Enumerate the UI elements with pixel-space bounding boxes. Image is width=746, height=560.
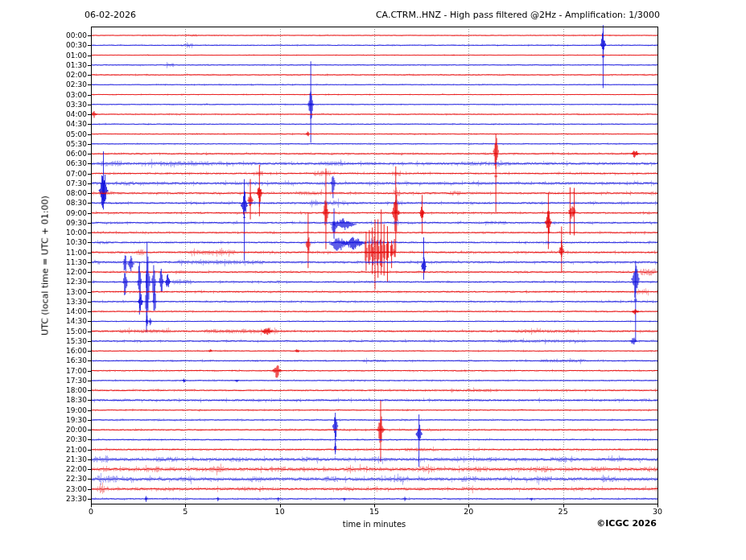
- y-tick-label: 08:30: [0, 200, 87, 207]
- y-tick-label: 10:00: [0, 229, 87, 237]
- y-tick-label: 20:30: [0, 436, 87, 443]
- y-tick-label: 22:30: [0, 476, 87, 483]
- y-tick-label: 14:30: [0, 318, 87, 325]
- y-tick-label: 03:30: [0, 101, 87, 108]
- x-tick-label: 20: [464, 508, 473, 516]
- y-tick-label: 04:30: [0, 121, 87, 128]
- y-tick-label: 09:30: [0, 219, 87, 226]
- y-tick-label: 13:00: [0, 288, 87, 295]
- y-tick-label: 09:00: [0, 209, 87, 216]
- y-tick-label: 16:00: [0, 348, 87, 355]
- x-axis-label: time in minutes: [343, 520, 406, 529]
- y-tick-label: 06:30: [0, 160, 87, 167]
- helicorder-canvas: [0, 0, 746, 560]
- y-tick-label: 17:00: [0, 367, 87, 374]
- y-tick-label: 19:00: [0, 406, 87, 414]
- y-tick-label: 13:30: [0, 298, 87, 305]
- y-tick-label: 07:30: [0, 179, 87, 187]
- y-tick-label: 21:30: [0, 455, 87, 463]
- y-tick-label: 19:30: [0, 416, 87, 423]
- y-tick-label: 23:00: [0, 485, 87, 492]
- y-tick-label: 22:00: [0, 466, 87, 473]
- y-tick-label: 10:30: [0, 239, 87, 246]
- x-tick-label: 25: [558, 508, 568, 516]
- y-tick-label: 11:00: [0, 249, 87, 256]
- x-tick-label: 30: [653, 508, 662, 516]
- y-tick-label: 11:30: [0, 258, 87, 266]
- y-tick-label: 12:00: [0, 269, 87, 276]
- x-tick-label: 5: [183, 508, 188, 516]
- x-tick-label: 15: [369, 508, 379, 516]
- y-tick-label: 02:00: [0, 72, 87, 79]
- y-tick-label: 05:30: [0, 140, 87, 147]
- y-tick-label: 15:00: [0, 327, 87, 335]
- x-tick-label: 10: [275, 508, 285, 516]
- plot-main-title: CA.CTRM..HNZ - High pass filtered @2Hz -…: [376, 10, 660, 20]
- copyright-text: ©ICGC 2026: [596, 518, 657, 529]
- y-tick-label: 20:00: [0, 426, 87, 434]
- y-tick-label: 14:00: [0, 308, 87, 315]
- y-tick-label: 07:00: [0, 170, 87, 177]
- y-tick-label: 21:00: [0, 446, 87, 453]
- y-tick-label: 01:30: [0, 61, 87, 68]
- y-tick-label: 02:30: [0, 81, 87, 89]
- y-tick-label: 16:30: [0, 357, 87, 364]
- helicorder-figure: 06-02-2026 CA.CTRM..HNZ - High pass filt…: [0, 0, 746, 560]
- y-tick-label: 00:30: [0, 42, 87, 49]
- y-tick-label: 00:00: [0, 32, 87, 39]
- y-tick-label: 17:30: [0, 377, 87, 384]
- y-tick-label: 23:30: [0, 495, 87, 502]
- y-tick-label: 05:00: [0, 130, 87, 138]
- y-tick-label: 12:30: [0, 278, 87, 286]
- y-tick-label: 18:30: [0, 397, 87, 404]
- plot-date-title: 06-02-2026: [84, 10, 136, 20]
- y-tick-label: 01:00: [0, 51, 87, 59]
- x-tick-label: 0: [89, 508, 93, 516]
- y-tick-label: 15:30: [0, 337, 87, 344]
- y-tick-label: 08:00: [0, 190, 87, 197]
- y-tick-label: 03:00: [0, 91, 87, 98]
- y-tick-label: 06:00: [0, 150, 87, 158]
- y-tick-label: 18:00: [0, 387, 87, 394]
- y-tick-label: 04:00: [0, 111, 87, 118]
